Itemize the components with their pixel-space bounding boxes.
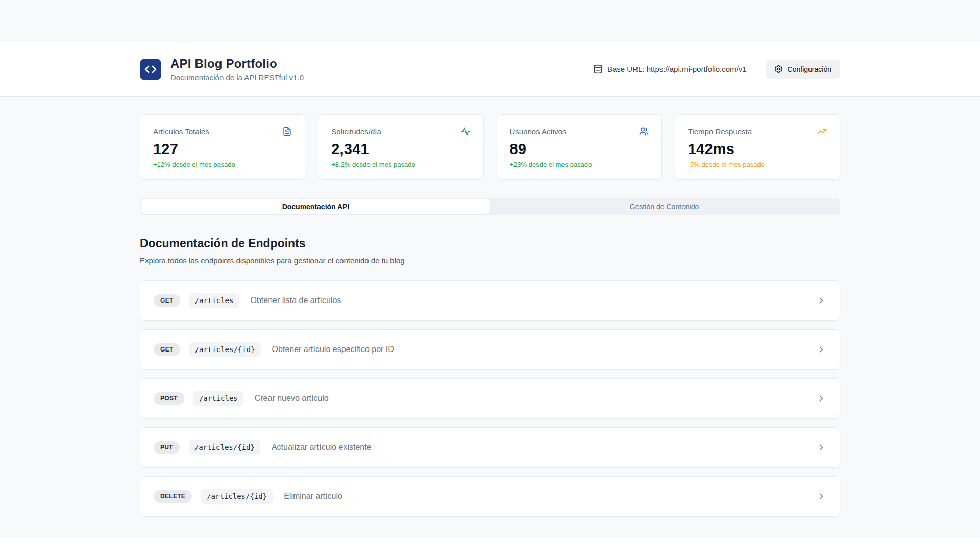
database-icon: [593, 64, 603, 74]
endpoint-description: Obtener artículo específico por ID: [272, 345, 394, 354]
stat-change: +12% desde el mes pasado: [153, 161, 292, 168]
stat-card-users: Usuarios Activos 89 +23% desde el mes pa…: [497, 114, 662, 180]
stats-grid: Artículos Totales 127 +12% desde el mes …: [140, 114, 840, 180]
method-badge: GET: [154, 294, 180, 307]
settings-button-label: Configuración: [788, 65, 831, 73]
stat-value: 2,341: [331, 141, 470, 158]
stat-card-requests: Solicitudes/día 2,341 +8.2% desde el mes…: [318, 114, 483, 180]
endpoint-description: Crear nuevo artículo: [255, 394, 329, 403]
gear-icon: [774, 65, 783, 73]
page-subtitle: Documentación de la API RESTful v1.0: [170, 73, 304, 82]
code-icon: [144, 63, 157, 76]
stat-value: 142ms: [688, 141, 827, 158]
top-margin-strip: [0, 0, 980, 42]
section-title: Documentación de Endpoints: [140, 237, 840, 251]
endpoint-row-get-articles[interactable]: GET /articles Obtener lista de artículos: [140, 280, 840, 321]
app-header: API Blog Portfolio Documentación de la A…: [0, 42, 980, 97]
endpoint-row-delete-article[interactable]: DELETE /articles/{id} Eliminar artículo: [140, 476, 840, 517]
endpoint-path: /articles: [189, 293, 239, 308]
main-content: Artículos Totales 127 +12% desde el mes …: [0, 97, 980, 537]
tab-api-docs[interactable]: Documentación API: [141, 199, 490, 214]
stat-value: 89: [510, 141, 649, 158]
page-title: API Blog Portfolio: [170, 57, 304, 71]
brand: API Blog Portfolio Documentación de la A…: [140, 57, 304, 82]
method-badge: PUT: [154, 441, 180, 454]
chevron-right-icon: [816, 491, 826, 502]
endpoint-list: GET /articles Obtener lista de artículos…: [140, 280, 840, 517]
users-icon: [639, 127, 649, 136]
stat-change: +23% desde el mes pasado: [510, 161, 649, 168]
endpoint-description: Actualizar artículo existente: [272, 443, 372, 452]
endpoint-row-post-articles[interactable]: POST /articles Crear nuevo artículo: [140, 378, 840, 419]
file-text-icon: [282, 127, 292, 136]
endpoint-row-get-article-by-id[interactable]: GET /articles/{id} Obtener artículo espe…: [140, 329, 840, 370]
chevron-right-icon: [816, 393, 826, 404]
chevron-right-icon: [816, 442, 826, 453]
settings-button[interactable]: Configuración: [766, 60, 840, 79]
endpoint-path: /articles/{id}: [189, 342, 261, 357]
stat-label: Artículos Totales: [153, 127, 209, 136]
stat-label: Usuarios Activos: [510, 127, 567, 136]
method-badge: DELETE: [154, 490, 192, 503]
stat-card-articles: Artículos Totales 127 +12% desde el mes …: [140, 114, 305, 180]
stat-label: Solicitudes/día: [331, 127, 381, 136]
chevron-right-icon: [816, 344, 826, 355]
chevron-right-icon: [816, 295, 826, 306]
endpoint-path: /articles/{id}: [201, 489, 273, 504]
tab-content-management[interactable]: Gestión de Contenido: [490, 199, 839, 214]
tab-bar: Documentación API Gestión de Contenido: [140, 198, 840, 215]
stat-value: 127: [153, 141, 292, 158]
stat-change: -5% desde el mes pasado: [688, 161, 827, 168]
endpoint-row-put-article[interactable]: PUT /articles/{id} Actualizar artículo e…: [140, 427, 840, 468]
base-url-text: Base URL: https://api.mi-portfolio.com/v…: [607, 65, 747, 73]
method-badge: POST: [154, 392, 184, 405]
header-divider: [756, 63, 756, 76]
base-url: Base URL: https://api.mi-portfolio.com/v…: [593, 64, 747, 74]
section-subtitle: Explora todos los endpoints disponibles …: [140, 256, 840, 265]
stat-change: +8.2% desde el mes pasado: [331, 161, 470, 168]
trending-up-icon: [817, 127, 827, 136]
stat-label: Tiempo Respuesta: [688, 127, 752, 136]
stat-card-response-time: Tiempo Respuesta 142ms -5% desde el mes …: [675, 114, 840, 180]
endpoint-path: /articles/{id}: [189, 440, 260, 455]
method-badge: GET: [154, 343, 180, 356]
app-logo: [140, 59, 161, 80]
endpoint-path: /articles: [193, 391, 243, 406]
endpoint-description: Eliminar artículo: [284, 492, 342, 501]
activity-icon: [461, 127, 471, 136]
endpoint-description: Obtener lista de artículos: [250, 296, 341, 305]
